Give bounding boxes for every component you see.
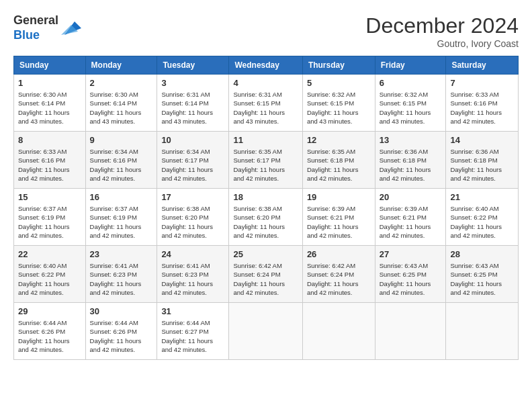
table-row: 7Sunrise: 6:33 AMSunset: 6:16 PMDaylight… xyxy=(446,75,519,132)
day-number: 22 xyxy=(18,249,81,259)
day-info: Sunrise: 6:42 AMSunset: 6:24 PMDaylight:… xyxy=(233,261,298,297)
day-info: Sunrise: 6:39 AMSunset: 6:21 PMDaylight:… xyxy=(307,204,371,240)
table-row xyxy=(446,303,519,360)
calendar-week-row: 15Sunrise: 6:37 AMSunset: 6:19 PMDayligh… xyxy=(14,189,519,246)
day-info: Sunrise: 6:37 AMSunset: 6:19 PMDaylight:… xyxy=(18,204,81,240)
day-number: 7 xyxy=(450,78,514,88)
day-info: Sunrise: 6:33 AMSunset: 6:16 PMDaylight:… xyxy=(18,147,81,183)
table-row: 10Sunrise: 6:34 AMSunset: 6:17 PMDayligh… xyxy=(157,132,229,189)
table-row: 30Sunrise: 6:44 AMSunset: 6:26 PMDayligh… xyxy=(85,303,157,360)
day-number: 28 xyxy=(450,249,514,259)
table-row: 26Sunrise: 6:42 AMSunset: 6:24 PMDayligh… xyxy=(302,246,375,303)
table-row: 23Sunrise: 6:41 AMSunset: 6:23 PMDayligh… xyxy=(85,246,157,303)
table-row: 29Sunrise: 6:44 AMSunset: 6:26 PMDayligh… xyxy=(14,303,86,360)
day-number: 17 xyxy=(161,192,224,202)
table-row: 12Sunrise: 6:35 AMSunset: 6:18 PMDayligh… xyxy=(302,132,375,189)
day-info: Sunrise: 6:41 AMSunset: 6:23 PMDaylight:… xyxy=(161,261,224,297)
day-number: 16 xyxy=(90,192,153,202)
day-info: Sunrise: 6:30 AMSunset: 6:14 PMDaylight:… xyxy=(90,90,153,126)
day-number: 27 xyxy=(380,249,442,259)
table-row: 28Sunrise: 6:43 AMSunset: 6:25 PMDayligh… xyxy=(446,246,519,303)
table-row: 5Sunrise: 6:32 AMSunset: 6:15 PMDaylight… xyxy=(302,75,375,132)
table-row: 4Sunrise: 6:31 AMSunset: 6:15 PMDaylight… xyxy=(229,75,302,132)
day-info: Sunrise: 6:40 AMSunset: 6:22 PMDaylight:… xyxy=(18,261,81,297)
calendar-header-row: Sunday Monday Tuesday Wednesday Thursday… xyxy=(14,56,519,75)
day-info: Sunrise: 6:40 AMSunset: 6:22 PMDaylight:… xyxy=(450,204,514,240)
day-number: 11 xyxy=(233,135,298,145)
day-info: Sunrise: 6:44 AMSunset: 6:27 PMDaylight:… xyxy=(161,318,224,354)
table-row: 3Sunrise: 6:31 AMSunset: 6:14 PMDaylight… xyxy=(157,75,229,132)
table-row: 1Sunrise: 6:30 AMSunset: 6:14 PMDaylight… xyxy=(14,75,86,132)
day-number: 12 xyxy=(307,135,371,145)
day-info: Sunrise: 6:35 AMSunset: 6:17 PMDaylight:… xyxy=(233,147,298,183)
table-row: 21Sunrise: 6:40 AMSunset: 6:22 PMDayligh… xyxy=(446,189,519,246)
day-info: Sunrise: 6:43 AMSunset: 6:25 PMDaylight:… xyxy=(380,261,442,297)
table-row xyxy=(375,303,446,360)
col-wednesday: Wednesday xyxy=(229,56,302,75)
table-row: 8Sunrise: 6:33 AMSunset: 6:16 PMDaylight… xyxy=(14,132,86,189)
day-number: 5 xyxy=(307,78,371,88)
calendar-week-row: 1Sunrise: 6:30 AMSunset: 6:14 PMDaylight… xyxy=(14,75,519,132)
table-row: 6Sunrise: 6:32 AMSunset: 6:15 PMDaylight… xyxy=(375,75,446,132)
day-info: Sunrise: 6:43 AMSunset: 6:25 PMDaylight:… xyxy=(450,261,514,297)
day-number: 13 xyxy=(380,135,442,145)
day-info: Sunrise: 6:33 AMSunset: 6:16 PMDaylight:… xyxy=(450,90,514,126)
day-number: 14 xyxy=(450,135,514,145)
table-row: 20Sunrise: 6:39 AMSunset: 6:21 PMDayligh… xyxy=(375,189,446,246)
day-info: Sunrise: 6:31 AMSunset: 6:14 PMDaylight:… xyxy=(161,90,224,126)
day-number: 26 xyxy=(307,249,371,259)
day-info: Sunrise: 6:44 AMSunset: 6:26 PMDaylight:… xyxy=(90,318,153,354)
table-row: 24Sunrise: 6:41 AMSunset: 6:23 PMDayligh… xyxy=(157,246,229,303)
day-number: 21 xyxy=(450,192,514,202)
col-friday: Friday xyxy=(375,56,446,75)
day-number: 8 xyxy=(18,135,81,145)
logo: General Blue xyxy=(13,13,81,42)
table-row: 22Sunrise: 6:40 AMSunset: 6:22 PMDayligh… xyxy=(14,246,86,303)
calendar-table: Sunday Monday Tuesday Wednesday Thursday… xyxy=(13,56,519,360)
day-number: 9 xyxy=(90,135,153,145)
calendar-week-row: 8Sunrise: 6:33 AMSunset: 6:16 PMDaylight… xyxy=(14,132,519,189)
day-info: Sunrise: 6:38 AMSunset: 6:20 PMDaylight:… xyxy=(233,204,298,240)
day-number: 24 xyxy=(161,249,224,259)
day-number: 31 xyxy=(161,306,224,316)
table-row: 2Sunrise: 6:30 AMSunset: 6:14 PMDaylight… xyxy=(85,75,157,132)
page-header: General Blue December 2024 Goutro, Ivory… xyxy=(13,13,519,49)
calendar-week-row: 22Sunrise: 6:40 AMSunset: 6:22 PMDayligh… xyxy=(14,246,519,303)
table-row: 17Sunrise: 6:38 AMSunset: 6:20 PMDayligh… xyxy=(157,189,229,246)
table-row: 18Sunrise: 6:38 AMSunset: 6:20 PMDayligh… xyxy=(229,189,302,246)
day-number: 23 xyxy=(90,249,153,259)
col-saturday: Saturday xyxy=(446,56,519,75)
day-number: 6 xyxy=(380,78,442,88)
day-number: 4 xyxy=(233,78,298,88)
logo-blue-text: Blue xyxy=(13,28,58,43)
day-number: 10 xyxy=(161,135,224,145)
day-number: 18 xyxy=(233,192,298,202)
day-number: 30 xyxy=(90,306,153,316)
table-row: 15Sunrise: 6:37 AMSunset: 6:19 PMDayligh… xyxy=(14,189,86,246)
day-number: 29 xyxy=(18,306,81,316)
day-info: Sunrise: 6:32 AMSunset: 6:15 PMDaylight:… xyxy=(307,90,371,126)
col-thursday: Thursday xyxy=(302,56,375,75)
day-info: Sunrise: 6:31 AMSunset: 6:15 PMDaylight:… xyxy=(233,90,298,126)
table-row: 16Sunrise: 6:37 AMSunset: 6:19 PMDayligh… xyxy=(85,189,157,246)
day-number: 2 xyxy=(90,78,153,88)
table-row: 19Sunrise: 6:39 AMSunset: 6:21 PMDayligh… xyxy=(302,189,375,246)
day-info: Sunrise: 6:30 AMSunset: 6:14 PMDaylight:… xyxy=(18,90,81,126)
title-section: December 2024 Goutro, Ivory Coast xyxy=(365,13,519,49)
day-info: Sunrise: 6:32 AMSunset: 6:15 PMDaylight:… xyxy=(380,90,442,126)
calendar-week-row: 29Sunrise: 6:44 AMSunset: 6:26 PMDayligh… xyxy=(14,303,519,360)
day-info: Sunrise: 6:34 AMSunset: 6:16 PMDaylight:… xyxy=(90,147,153,183)
table-row: 27Sunrise: 6:43 AMSunset: 6:25 PMDayligh… xyxy=(375,246,446,303)
table-row: 31Sunrise: 6:44 AMSunset: 6:27 PMDayligh… xyxy=(157,303,229,360)
day-number: 19 xyxy=(307,192,371,202)
table-row: 11Sunrise: 6:35 AMSunset: 6:17 PMDayligh… xyxy=(229,132,302,189)
day-info: Sunrise: 6:36 AMSunset: 6:18 PMDaylight:… xyxy=(450,147,514,183)
day-number: 3 xyxy=(161,78,224,88)
logo-icon xyxy=(61,18,81,38)
day-info: Sunrise: 6:44 AMSunset: 6:26 PMDaylight:… xyxy=(18,318,81,354)
day-info: Sunrise: 6:38 AMSunset: 6:20 PMDaylight:… xyxy=(161,204,224,240)
col-monday: Monday xyxy=(85,56,157,75)
month-title: December 2024 xyxy=(365,13,519,38)
day-info: Sunrise: 6:37 AMSunset: 6:19 PMDaylight:… xyxy=(90,204,153,240)
day-info: Sunrise: 6:39 AMSunset: 6:21 PMDaylight:… xyxy=(380,204,442,240)
